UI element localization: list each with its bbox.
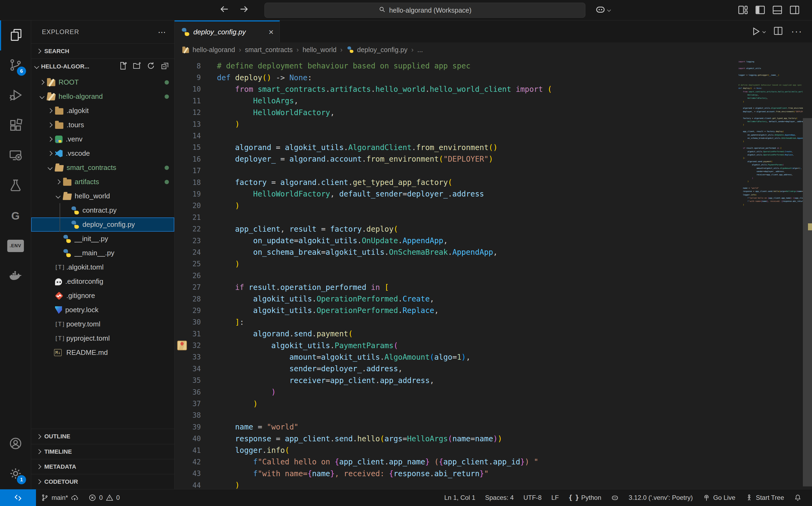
go-live-button[interactable]: Go Live [698, 489, 740, 506]
activitybar-source-control[interactable]: 6 [0, 51, 31, 81]
breadcrumb-item-deploy_config.py[interactable]: deploy_config.py [346, 46, 408, 54]
section-timeline[interactable]: TIMELINE [31, 444, 174, 459]
chevron-down-icon[interactable] [56, 193, 61, 198]
activitybar-gitlens[interactable]: G [0, 201, 31, 231]
indentation-status[interactable]: Spaces: 4 [480, 489, 518, 506]
toggle-panel-icon[interactable] [772, 4, 783, 17]
code-line[interactable]: 38 [174, 410, 812, 421]
code-line[interactable]: 34 sender=deployer_.address, [174, 363, 812, 374]
toggle-primary-sidebar-icon[interactable] [754, 4, 766, 17]
code-line[interactable]: 33 amount=algokit_utils.AlgoAmount(algo=… [174, 351, 812, 363]
code-line[interactable]: 19 HelloWorldFactory, default_sender=dep… [174, 188, 812, 200]
code-line[interactable]: 22 app_client, result = factory.deploy( [174, 223, 812, 235]
tree-item-hello-algorand[interactable]: hello-algorand [31, 89, 174, 104]
tree-item-hello_world[interactable]: hello_world [31, 189, 174, 203]
tree-item-.tours[interactable]: .tours [31, 118, 174, 132]
breadcrumb-item-...[interactable]: ... [417, 46, 423, 54]
collapse-all-icon[interactable] [160, 61, 169, 72]
tab-deploy-config[interactable]: deploy_config.py × [174, 20, 280, 43]
cursor-position[interactable]: Ln 1, Col 1 [439, 489, 480, 506]
new-folder-icon[interactable] [133, 61, 142, 72]
section-metadata[interactable]: METADATA [31, 459, 174, 474]
tree-item-.vscode[interactable]: .vscode [31, 146, 174, 161]
activitybar-testing[interactable] [0, 171, 31, 201]
scrollbar-slider[interactable] [803, 118, 812, 486]
chevron-right-icon[interactable] [48, 151, 52, 156]
section-search[interactable]: SEARCH [31, 44, 174, 59]
activitybar-remote-explorer[interactable] [0, 141, 31, 171]
tree-item-.editorconfig[interactable]: .editorconfig [31, 274, 174, 288]
tree-item-.venv[interactable]: .venv [31, 132, 174, 146]
code-line[interactable]: 29 algokit_utils.OperationPerformed.Repl… [174, 305, 812, 316]
tree-item-artifacts[interactable]: artifacts [31, 175, 174, 189]
language-mode[interactable]: { }Python [564, 489, 606, 506]
section-project-header[interactable]: HELLO-ALGOR... [31, 59, 174, 74]
breadcrumb-item-hello_world[interactable]: hello_world [303, 46, 336, 54]
minimap[interactable]: import loggingimport algokit_utilslogger… [738, 60, 803, 206]
toggle-secondary-sidebar-icon[interactable] [789, 4, 800, 17]
code-line[interactable]: 30 ]: [174, 317, 812, 328]
activitybar-settings[interactable]: 1 [0, 459, 31, 489]
breadcrumb-item-smart_contracts[interactable]: smart_contracts [245, 46, 293, 54]
customize-layout-icon[interactable] [737, 4, 749, 17]
code-line[interactable]: 11 HelloArgs, [174, 95, 812, 106]
code-line[interactable]: 27 if result.operation_performed in [ [174, 281, 812, 293]
code-line[interactable]: 12 HelloWorldFactory, [174, 107, 812, 118]
section-outline[interactable]: OUTLINE [31, 429, 174, 444]
command-center[interactable]: hello-algorand (Workspace) [264, 3, 585, 18]
tree-item-README.md[interactable]: README.md [31, 345, 174, 360]
nav-forward-icon[interactable] [239, 4, 249, 16]
code-line[interactable]: 17 [174, 165, 812, 177]
activitybar-dotenv[interactable]: .ENV [0, 231, 31, 261]
code-line[interactable]: 8# define deployment behaviour based on … [174, 60, 812, 72]
tree-item-contract.py[interactable]: contract.py [31, 203, 174, 218]
chevron-down-icon[interactable] [39, 94, 44, 99]
code-line[interactable]: 20 ) [174, 200, 812, 212]
start-tree-button[interactable]: Start Tree [740, 489, 789, 506]
tree-item-.algokit.toml[interactable]: .algokit.toml [31, 260, 174, 274]
code-line[interactable]: 36 ) [174, 386, 812, 398]
code-line[interactable]: 23 on_update=algokit_utils.OnUpdate.Appe… [174, 235, 812, 246]
code-line[interactable]: 9def deploy() -> None: [174, 72, 812, 83]
chevron-right-icon[interactable] [39, 80, 44, 85]
code-line[interactable]: 14 [174, 130, 812, 142]
code-line[interactable]: 39 name = "world" [174, 421, 812, 433]
code-line[interactable]: 24 on_schema_break=algokit_utils.OnSchem… [174, 246, 812, 258]
copilot-menu[interactable] [595, 4, 611, 16]
code-line[interactable]: 31 algorand.send.payment( [174, 328, 812, 340]
section-codetour[interactable]: CODETOUR [31, 474, 174, 489]
code-line[interactable]: 40 response = app_client.send.hello(args… [174, 433, 812, 444]
code-editor[interactable]: 8# define deployment behaviour based on … [174, 57, 812, 489]
tree-item-.algokit[interactable]: .algokit [31, 104, 174, 118]
close-icon[interactable]: × [268, 28, 273, 36]
activitybar-docker[interactable] [0, 261, 31, 291]
code-line[interactable]: 32 algokit_utils.PaymentParams( [174, 340, 812, 351]
encoding-status[interactable]: UTF-8 [518, 489, 547, 506]
notifications-bell-icon[interactable] [789, 489, 807, 506]
tree-item-smart_contracts[interactable]: smart_contracts [31, 161, 174, 175]
code-line[interactable]: 42 f"Called hello on {app_client.app_nam… [174, 456, 812, 468]
chevron-right-icon[interactable] [48, 137, 52, 142]
code-line[interactable]: 37 ) [174, 398, 812, 409]
tree-item-poetry.toml[interactable]: poetry.toml [31, 317, 174, 331]
activitybar-accounts[interactable] [0, 429, 31, 459]
chevron-right-icon[interactable] [56, 179, 61, 184]
vertical-scrollbar[interactable] [803, 57, 812, 489]
run-python-file-button[interactable] [750, 26, 765, 37]
code-line[interactable]: 10 from smart_contracts.artifacts.hello_… [174, 83, 812, 95]
tree-item-deploy_config.py[interactable]: deploy_config.py [31, 218, 174, 232]
code-line[interactable]: 21 [174, 212, 812, 223]
nav-back-icon[interactable] [219, 4, 230, 16]
refresh-icon[interactable] [146, 61, 156, 72]
editor-more-actions-icon[interactable]: ··· [791, 26, 802, 37]
remote-indicator[interactable] [0, 489, 36, 506]
code-line[interactable]: 26 [174, 270, 812, 281]
python-interpreter[interactable]: 3.12.0 ('.venv': Poetry) [624, 489, 698, 506]
split-editor-icon[interactable] [773, 25, 784, 37]
chevron-down-icon[interactable] [48, 165, 52, 170]
tree-item-ROOT[interactable]: ROOT [31, 75, 174, 89]
tree-item-poetry.lock[interactable]: poetry.lock [31, 303, 174, 317]
code-line[interactable]: 13 ) [174, 118, 812, 130]
activitybar-explorer[interactable] [0, 20, 31, 51]
explorer-more-icon[interactable]: ⋯ [158, 27, 166, 37]
